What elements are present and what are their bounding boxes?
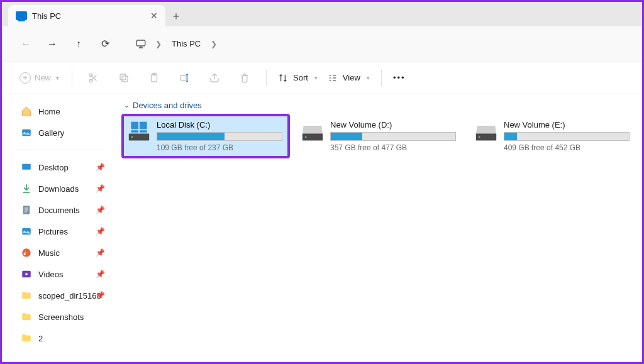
copy-button[interactable] xyxy=(113,67,135,89)
tab-strip: This PC ✕ ＋ xyxy=(2,2,642,26)
sidebar-item-music[interactable]: Music📌 xyxy=(2,242,116,263)
drive-item[interactable]: Local Disk (C:)109 GB free of 237 GB xyxy=(123,115,289,157)
tab-this-pc[interactable]: This PC ✕ xyxy=(8,5,165,26)
share-button[interactable] xyxy=(203,67,226,89)
pin-icon: 📌 xyxy=(96,184,105,193)
sidebar-item-label: 2 xyxy=(38,334,43,343)
drive-name: New Volume (D:) xyxy=(330,120,456,130)
drive-usage-bar xyxy=(330,132,456,141)
svg-rect-8 xyxy=(22,130,31,136)
folder-icon xyxy=(21,290,32,301)
pin-icon: 📌 xyxy=(96,248,105,257)
navigation-pane: Home Gallery Desktop📌Downloads📌Documents… xyxy=(2,94,116,362)
svg-rect-7 xyxy=(180,75,186,80)
group-label: Devices and drives xyxy=(133,101,202,110)
sidebar-item-2[interactable]: 2 xyxy=(2,328,116,349)
drive-item[interactable]: New Volume (D:)357 GB free of 477 GB xyxy=(296,115,462,157)
arrow-right-icon: → xyxy=(47,38,57,50)
cut-button[interactable] xyxy=(82,67,105,89)
new-label: New xyxy=(35,73,51,82)
view-label: View xyxy=(343,73,360,82)
sidebar-item-label: Screenshots xyxy=(38,312,84,322)
gallery-icon xyxy=(21,127,32,138)
svg-rect-0 xyxy=(136,40,145,46)
folder-icon xyxy=(21,268,32,280)
folder-icon xyxy=(21,204,32,216)
sort-button[interactable]: Sort ▾ xyxy=(273,73,323,83)
svg-rect-11 xyxy=(22,228,31,235)
folder-icon xyxy=(21,311,32,323)
svg-rect-17 xyxy=(140,122,147,130)
command-bar: + New ▾ Sort ▾ View ▾ ••• xyxy=(2,62,642,94)
sort-label: Sort xyxy=(293,73,308,82)
new-button[interactable]: + New ▾ xyxy=(13,67,65,89)
sidebar-item-home[interactable]: Home xyxy=(2,101,116,122)
plus-circle-icon: + xyxy=(19,72,31,84)
pin-icon: 📌 xyxy=(96,163,105,172)
drive-icon xyxy=(475,120,497,143)
chevron-down-icon: ▾ xyxy=(56,75,59,81)
svg-point-23 xyxy=(479,136,480,138)
chevron-right-icon[interactable]: ❯ xyxy=(206,40,222,48)
sidebar-item-pictures[interactable]: Pictures📌 xyxy=(2,221,116,242)
sidebar-item-label: scoped_dir15168 xyxy=(38,291,101,301)
sidebar-item-label: Downloads xyxy=(38,184,79,194)
chevron-right-icon[interactable]: ❯ xyxy=(150,40,167,48)
svg-point-12 xyxy=(22,248,31,257)
drive-name: Local Disk (C:) xyxy=(157,120,282,130)
drive-name: New Volume (E:) xyxy=(504,120,630,130)
up-button[interactable]: ↑ xyxy=(67,34,90,54)
paste-button[interactable] xyxy=(143,67,165,89)
refresh-button[interactable]: ⟳ xyxy=(94,34,116,54)
breadcrumb-segment[interactable]: This PC xyxy=(168,36,204,51)
monitor-icon xyxy=(135,38,147,50)
sidebar-item-screenshots[interactable]: Screenshots xyxy=(2,306,116,328)
folder-icon xyxy=(21,247,32,258)
forward-button[interactable]: → xyxy=(41,34,64,54)
sidebar-item-label: Home xyxy=(38,107,60,116)
folder-icon xyxy=(21,183,32,194)
chevron-down-icon: ▾ xyxy=(367,75,370,81)
svg-rect-18 xyxy=(131,130,138,133)
svg-point-15 xyxy=(131,136,133,138)
view-button[interactable]: View ▾ xyxy=(323,73,375,83)
monitor-icon xyxy=(16,11,27,20)
pin-icon: 📌 xyxy=(96,206,105,214)
back-button[interactable]: ← xyxy=(14,34,37,54)
close-icon[interactable]: ✕ xyxy=(150,12,158,19)
pin-icon: 📌 xyxy=(96,227,105,236)
more-button[interactable]: ••• xyxy=(388,73,411,82)
drive-usage-bar xyxy=(157,132,282,141)
sidebar-item-gallery[interactable]: Gallery xyxy=(2,122,116,143)
address-bar[interactable]: ❯ This PC ❯ xyxy=(129,33,636,55)
separator xyxy=(381,70,382,86)
pin-icon: 📌 xyxy=(96,270,105,279)
new-tab-button[interactable]: ＋ xyxy=(165,5,187,26)
separator xyxy=(72,70,72,86)
svg-rect-4 xyxy=(120,74,126,80)
sidebar-item-documents[interactable]: Documents📌 xyxy=(2,199,116,221)
sidebar-item-downloads[interactable]: Downloads📌 xyxy=(2,178,116,199)
group-header-devices[interactable]: ⌄ Devices and drives xyxy=(123,98,636,115)
tab-title: This PC xyxy=(32,11,145,21)
svg-rect-19 xyxy=(140,130,147,133)
drive-item[interactable]: New Volume (E:)409 GB free of 452 GB xyxy=(470,115,636,157)
navigation-bar: ← → ↑ ⟳ ❯ This PC ❯ xyxy=(2,26,642,62)
arrow-left-icon: ← xyxy=(21,38,31,50)
separator xyxy=(13,150,105,150)
drive-free-text: 357 GB free of 477 GB xyxy=(330,143,456,152)
folder-icon xyxy=(21,226,32,237)
svg-rect-9 xyxy=(22,164,31,170)
chevron-down-icon: ⌄ xyxy=(124,102,129,109)
refresh-icon: ⟳ xyxy=(101,38,109,50)
rename-button[interactable] xyxy=(173,67,196,89)
sidebar-item-scoped-dir15168[interactable]: scoped_dir15168📌 xyxy=(2,285,116,306)
delete-button[interactable] xyxy=(233,67,256,89)
chevron-down-icon: ▾ xyxy=(314,75,318,81)
home-icon xyxy=(21,106,32,117)
sidebar-item-videos[interactable]: Videos📌 xyxy=(2,263,116,285)
sidebar-item-desktop[interactable]: Desktop📌 xyxy=(2,157,116,178)
drive-usage-bar xyxy=(504,132,630,141)
folder-icon xyxy=(21,162,32,173)
drive-free-text: 409 GB free of 452 GB xyxy=(504,143,630,152)
